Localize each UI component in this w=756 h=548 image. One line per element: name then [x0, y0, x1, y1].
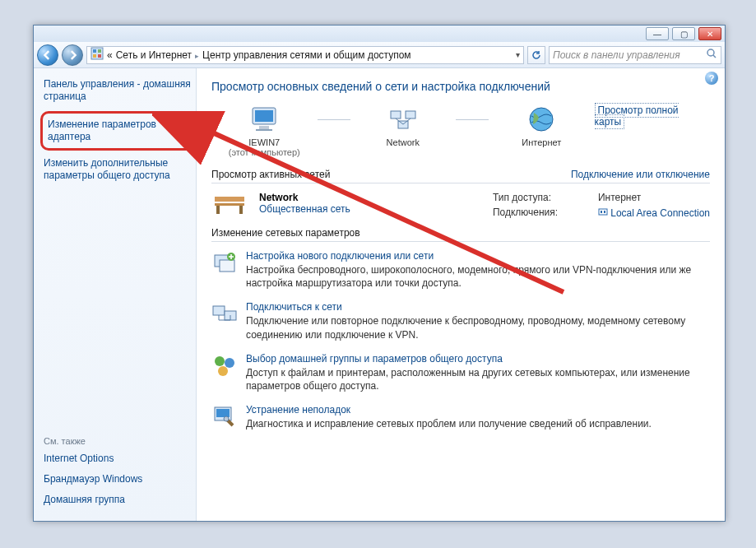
- search-placeholder: Поиск в панели управления: [553, 49, 680, 61]
- svg-rect-19: [216, 206, 220, 214]
- sidebar-internet-options[interactable]: Internet Options: [44, 453, 191, 465]
- sidebar-adapter-link[interactable]: Изменение параметров адаптера: [48, 118, 187, 143]
- access-type-value: Интернет: [598, 192, 710, 203]
- forward-button[interactable]: [62, 44, 83, 66]
- map-connector-2: [456, 119, 489, 120]
- sidebar-sharing-link[interactable]: Изменить дополнительные параметры общего…: [44, 157, 191, 182]
- see-also-header: См. также: [44, 436, 191, 446]
- svg-rect-12: [406, 111, 415, 118]
- settings-item-connect: Подключиться к сети Подключение или повт…: [211, 301, 710, 341]
- help-icon[interactable]: ?: [705, 72, 718, 85]
- svg-rect-9: [259, 126, 269, 129]
- svg-point-16: [530, 108, 553, 131]
- map-this-pc: IEWIN7 (этот компьютер): [211, 104, 318, 157]
- change-settings-title: Изменение сетевых параметров: [211, 227, 360, 239]
- svg-rect-8: [255, 110, 273, 122]
- network-map: IEWIN7 (этот компьютер) Network Интернет: [211, 104, 710, 157]
- active-network-props: Тип доступа: Интернет Подключения: Local…: [493, 192, 710, 219]
- svg-rect-23: [604, 211, 605, 213]
- map-network: Network: [350, 104, 457, 147]
- svg-point-5: [707, 49, 714, 56]
- homegroup-desc: Доступ к файлам и принтерам, расположенн…: [246, 366, 710, 392]
- svg-rect-3: [93, 54, 96, 58]
- svg-rect-4: [98, 54, 101, 58]
- svg-line-6: [713, 55, 716, 58]
- map-full-link: Просмотр полной карты: [595, 104, 710, 128]
- nav-bar: « Сеть и Интернет Центр управления сетям…: [34, 42, 725, 68]
- address-bar[interactable]: « Сеть и Интернет Центр управления сетям…: [86, 46, 524, 64]
- highlight-adapter-settings: Изменение параметров адаптера: [40, 111, 194, 151]
- window-frame: — ▢ ✕ « Сеть и Интернет Центр управления…: [33, 25, 726, 522]
- settings-list: Настройка нового подключения или сети На…: [211, 250, 710, 430]
- titlebar: — ▢ ✕: [34, 26, 725, 42]
- minimize-button[interactable]: —: [646, 27, 669, 40]
- body: Панель управления - домашняя страница Из…: [34, 68, 725, 521]
- ethernet-icon: [598, 207, 610, 219]
- sidebar-homegroup[interactable]: Домашняя группа: [44, 494, 191, 506]
- svg-rect-25: [220, 260, 234, 272]
- main-content: ? Просмотр основных сведений о сети и на…: [197, 68, 725, 521]
- active-network-name: Network: [259, 192, 350, 203]
- svg-rect-10: [256, 129, 272, 131]
- svg-point-29: [215, 356, 225, 366]
- connect-network-link[interactable]: Подключиться к сети: [246, 301, 342, 313]
- map-internet-name: Интернет: [489, 137, 595, 147]
- view-full-map-link[interactable]: Просмотр полной карты: [595, 103, 679, 129]
- connect-network-icon: [211, 301, 238, 327]
- maximize-button[interactable]: ▢: [672, 27, 695, 40]
- homegroup-link[interactable]: Выбор домашней группы и параметров общег…: [246, 353, 503, 365]
- connections-label: Подключения:: [493, 207, 583, 219]
- svg-point-30: [225, 358, 234, 368]
- sidebar-firewall[interactable]: Брандмауэр Windows: [44, 473, 191, 485]
- map-connector: [318, 119, 350, 120]
- svg-rect-1: [93, 49, 96, 53]
- back-button[interactable]: [37, 44, 58, 66]
- sidebar-home-link[interactable]: Панель управления - домашняя страница: [44, 78, 191, 103]
- sidebar: Панель управления - домашняя страница Из…: [34, 68, 197, 521]
- troubleshoot-link[interactable]: Устранение неполадок: [246, 404, 350, 416]
- map-network-name: Network: [350, 137, 457, 147]
- homegroup-icon: [211, 353, 238, 379]
- close-button[interactable]: ✕: [698, 27, 721, 40]
- globe-icon: [526, 104, 556, 134]
- settings-item-troubleshoot: Устранение неполадок Диагностика и испра…: [211, 404, 710, 430]
- svg-point-31: [218, 366, 228, 376]
- map-internet: Интернет: [489, 104, 595, 147]
- svg-rect-21: [599, 209, 607, 215]
- svg-rect-27: [213, 306, 225, 315]
- search-icon: [706, 48, 717, 62]
- troubleshoot-icon: [211, 404, 238, 430]
- page-title: Просмотр основных сведений о сети и наст…: [211, 80, 710, 93]
- active-networks-header: Просмотр активных сетей Подключение или …: [211, 169, 710, 183]
- computer-icon: [249, 104, 279, 134]
- svg-rect-22: [601, 211, 602, 213]
- new-connection-icon: [211, 250, 238, 276]
- map-pc-name: IEWIN7: [211, 137, 318, 147]
- svg-rect-2: [98, 49, 101, 53]
- dropdown-icon[interactable]: ▾: [516, 50, 520, 59]
- active-networks-title: Просмотр активных сетей: [211, 169, 330, 180]
- active-network-type[interactable]: Общественная сеть: [259, 203, 350, 215]
- connect-network-desc: Подключение или повторное подключение к …: [246, 314, 710, 341]
- network-icon: [388, 104, 418, 134]
- svg-rect-18: [215, 203, 244, 206]
- refresh-button[interactable]: [527, 46, 545, 64]
- connection-link[interactable]: Local Area Connection: [610, 207, 710, 219]
- svg-rect-17: [215, 197, 244, 202]
- breadcrumb-center[interactable]: Центр управления сетями и общим доступом: [202, 49, 411, 61]
- control-panel-icon: [90, 47, 104, 63]
- new-connection-link[interactable]: Настройка нового подключения или сети: [246, 250, 434, 262]
- breadcrumb-network[interactable]: Сеть и Интернет: [116, 49, 192, 61]
- svg-rect-20: [239, 206, 243, 214]
- breadcrumb-prefix: «: [107, 49, 113, 61]
- chevron-right-icon[interactable]: [195, 49, 199, 61]
- settings-item-homegroup: Выбор домашней группы и параметров общег…: [211, 353, 710, 392]
- connect-disconnect-link[interactable]: Подключение или отключение: [571, 169, 710, 180]
- bench-icon: [211, 192, 248, 216]
- search-input[interactable]: Поиск в панели управления: [549, 46, 721, 64]
- troubleshoot-desc: Диагностика и исправление сетевых пробле…: [246, 417, 652, 430]
- active-network-row: Network Общественная сеть Тип доступа: И…: [211, 192, 710, 219]
- svg-rect-33: [216, 409, 230, 417]
- settings-item-new-connection: Настройка нового подключения или сети На…: [211, 250, 710, 290]
- change-settings-header: Изменение сетевых параметров: [211, 227, 710, 242]
